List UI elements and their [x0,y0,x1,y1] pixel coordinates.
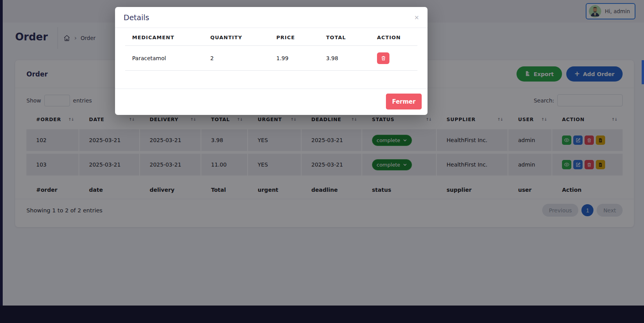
trash-icon [381,56,386,61]
close-icon[interactable]: × [414,14,419,21]
cell-action [370,52,417,64]
cell-price: 1.99 [269,55,319,61]
modal-table-row: Paracetamol 2 1.99 3.98 [125,46,417,71]
modal-column-total: TOTAL [319,35,370,40]
details-modal: Details × MEDICAMENT QUANTITY PRICE TOTA… [115,7,428,115]
delete-item-button[interactable] [377,52,389,64]
cell-medicament: Paracetamol [125,55,203,61]
modal-header: Details × [115,7,428,28]
modal-footer: Fermer [115,89,428,115]
modal-title: Details [124,13,149,22]
modal-column-price: PRICE [269,35,319,40]
modal-column-medicament: MEDICAMENT [125,35,203,40]
modal-column-quantity: QUANTITY [203,35,269,40]
fermer-button[interactable]: Fermer [386,94,422,109]
cell-quantity: 2 [203,55,269,61]
modal-column-action: ACTION [370,35,417,40]
cell-total: 3.98 [319,55,370,61]
modal-body: MEDICAMENT QUANTITY PRICE TOTAL ACTION P… [115,28,428,89]
modal-table-header: MEDICAMENT QUANTITY PRICE TOTAL ACTION [125,28,417,46]
